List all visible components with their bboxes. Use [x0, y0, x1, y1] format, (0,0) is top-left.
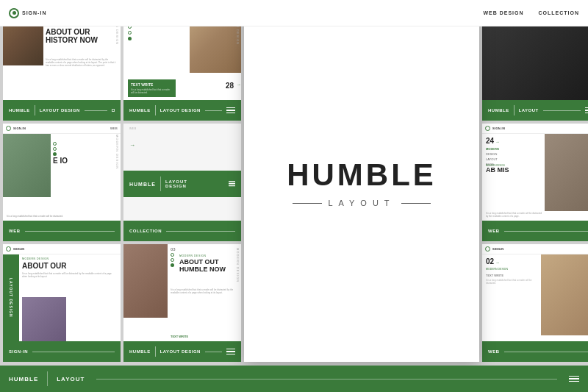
slide-5[interactable]: HUMBLE LAYOUT DESIGN WEB → COLLECTION	[123, 124, 241, 241]
slide-6-bar: WEB	[482, 221, 588, 241]
center-title: HUMBLE	[287, 157, 437, 193]
center-content: HUMBLE LAYOUT	[287, 3, 437, 362]
slide-6-number: 24	[486, 137, 494, 145]
center-signin: SIGN-IN	[22, 10, 46, 15]
slide-4-vdots	[53, 142, 57, 156]
slide-8-body: It is a long established fact that a rea…	[171, 288, 237, 294]
slide-6-photo	[545, 134, 588, 211]
slide-2-textwrite-box: TEXT WRITE It is a long established fact…	[128, 79, 176, 97]
slide-7-photo	[22, 297, 66, 341]
slide-9[interactable]: SIGN-IN WEB 02 → MODERN DESIGN TEXT WRIT…	[482, 244, 588, 362]
slide-8[interactable]: 03 MODERN DESIGN ABOUT OUT HUMBLE NOW It…	[123, 244, 241, 362]
slide-4-body: It is a long established fact that a rea…	[7, 215, 71, 218]
center-subtitle: LAYOUT	[293, 199, 430, 207]
slide-9-number: 02	[486, 257, 494, 266]
slide-4-text: E IO	[53, 157, 117, 165]
slide-8-vertical: MODERN DESIGN	[236, 248, 240, 340]
center-bottombar: HUMBLE LAYOUT	[0, 366, 588, 392]
slide-center: SIGN-IN WEB DESIGN COLLECTION HUMBLE LAY…	[244, 3, 479, 362]
slide-6-heading-area: MODERN DESIGN AB MIS	[486, 164, 537, 174]
svg-rect-2	[229, 185, 235, 186]
slide-5-menuicon	[229, 181, 235, 187]
slide-1-bar: HUMBLE LAYOUT DESIGN	[3, 100, 121, 121]
slide-5-bar: COLLECTION	[123, 221, 241, 241]
slide-4[interactable]: 26 → E IO It is a long established fact …	[3, 124, 121, 241]
center-topbar: SIGN-IN WEB DESIGN COLLECTION	[0, 0, 588, 26]
slide-9-text: TEXT WRITE It is a long established fact…	[486, 274, 537, 285]
slide-2-bar: HUMBLE LAYOUT DESIGN	[123, 100, 241, 121]
slide-4-photo	[3, 124, 51, 197]
slide-2-number3: 28	[226, 82, 234, 90]
slide-5-greenbar: HUMBLE LAYOUT DESIGN	[123, 171, 241, 197]
center-logo-icon	[9, 8, 19, 18]
slide-4-topbar: SIGN-IN WEB	[3, 124, 121, 134]
slide-7-topbar: SIGN-IN	[3, 244, 121, 254]
slide-1-body: It is a long established fact that a rea…	[46, 58, 117, 68]
slide-9-bar: WEB	[482, 341, 588, 362]
slide-1-title-area: MODERN DESIGN ABOUT OUR HISTORY NOW	[46, 24, 104, 44]
slide-8-title-area: MODERN DESIGN ABOUT OUT HUMBLE NOW	[179, 254, 237, 274]
slide-9-photo	[541, 254, 588, 335]
slide-5-top: WEB	[129, 127, 237, 130]
slide-7-content: MODERN DESIGN ABOUT OUR It is a long est…	[22, 257, 117, 278]
slide-7-sidebar: LAYOUT DESIGN	[3, 254, 19, 341]
slide-4-bar: WEB	[3, 221, 121, 241]
slide-8-textwrite: TEXT WRITE	[171, 335, 188, 338]
slide-6-heading: AB MIS	[486, 167, 537, 174]
slide-8-number: 03	[171, 247, 176, 252]
slide-2-vdots	[128, 25, 132, 40]
center-collection: COLLECTION	[539, 10, 580, 15]
slide-9-topbar: SIGN-IN WEB	[482, 244, 588, 254]
svg-rect-0	[229, 181, 235, 182]
center-webdesign: WEB DESIGN	[483, 10, 523, 15]
slide-6-body: It is a long established fact that a rea…	[486, 212, 542, 218]
slide-7[interactable]: SIGN-IN LAYOUT DESIGN MODERN DESIGN ABOU…	[3, 244, 121, 362]
slide-8-bar: HUMBLE LAYOUT DESIGN	[123, 341, 241, 362]
slide-4-vertical: MODERN DESIGN	[115, 135, 119, 219]
slide-6[interactable]: SIGN-IN WEB 24 → MODERN DESIGN LAYOUT BL…	[482, 124, 588, 241]
slide-8-heading: ABOUT OUT HUMBLE NOW	[179, 259, 237, 274]
slide-3-bar: HUMBLE LAYOUT	[482, 100, 588, 121]
slide-8-vdots	[171, 253, 174, 267]
slide-7-bar: SIGN-IN	[3, 341, 121, 362]
slide-grid: MODERN DESIGN LAYOUT BLOG 22 04 MODERN D…	[0, 0, 588, 392]
slide-6-topbar: SIGN-IN WEB	[482, 124, 588, 134]
slide-8-photo	[123, 244, 168, 318]
svg-rect-1	[229, 183, 235, 184]
slide-1-heading: ABOUT OUR HISTORY NOW	[46, 28, 104, 44]
